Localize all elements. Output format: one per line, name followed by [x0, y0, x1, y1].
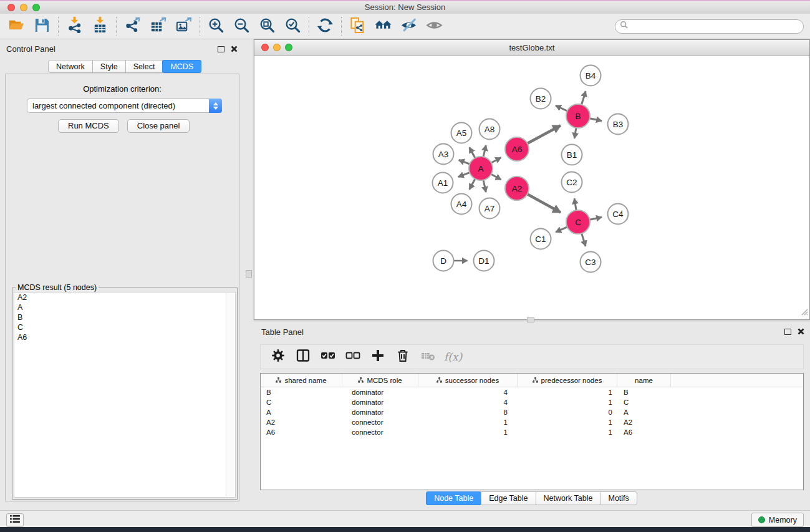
- minimize-window-button[interactable]: [20, 4, 27, 11]
- task-history-button[interactable]: [6, 513, 24, 527]
- eye-icon: [426, 17, 443, 36]
- tab-edge-table[interactable]: Edge Table: [481, 491, 536, 505]
- close-window-button[interactable]: [7, 4, 15, 11]
- add-column-button[interactable]: [369, 349, 386, 365]
- splitter-grip[interactable]: [246, 270, 252, 278]
- table-row[interactable]: Bdominator 41 B: [261, 387, 803, 397]
- graph-node-A6[interactable]: A6: [505, 137, 529, 161]
- table-row[interactable]: A6connector 11 A6: [261, 427, 803, 437]
- graph-node-B4[interactable]: B4: [581, 65, 601, 86]
- export-network-button[interactable]: [120, 16, 145, 37]
- home-button[interactable]: [370, 16, 396, 37]
- column-type-icon: [358, 377, 364, 384]
- graph-node-A7[interactable]: A7: [480, 198, 500, 219]
- column-header-mcds-role[interactable]: MCDS role: [342, 374, 418, 387]
- table-settings-button[interactable]: [269, 349, 286, 365]
- import-table-button[interactable]: [87, 16, 113, 37]
- graph-node-D1[interactable]: D1: [474, 251, 494, 271]
- column-header-successor-nodes[interactable]: successor nodes: [418, 374, 518, 387]
- list-item[interactable]: B: [14, 312, 235, 322]
- search-field[interactable]: [615, 19, 804, 34]
- mcds-result-list[interactable]: A2 A B C A6: [14, 292, 236, 498]
- close-panel-button[interactable]: Close panel: [127, 119, 190, 133]
- graph-node-A1[interactable]: A1: [433, 173, 453, 193]
- svg-text:C4: C4: [612, 210, 624, 219]
- zoom-selected-button[interactable]: [280, 16, 306, 37]
- list-item[interactable]: A6: [14, 332, 235, 342]
- zoom-view-button[interactable]: [285, 44, 292, 51]
- resize-grip-icon[interactable]: [800, 307, 808, 318]
- float-panel-icon[interactable]: [784, 329, 791, 335]
- graph-node-B2[interactable]: B2: [531, 89, 551, 109]
- minimize-view-button[interactable]: [273, 44, 281, 51]
- graph-node-B3[interactable]: B3: [608, 114, 629, 135]
- horizontal-splitter-grip[interactable]: [527, 317, 534, 322]
- svg-text:B: B: [575, 112, 581, 121]
- table-row[interactable]: Adominator 80 A: [261, 407, 803, 417]
- graph-node-C2[interactable]: C2: [562, 172, 582, 193]
- select-all-button[interactable]: [319, 349, 336, 365]
- graph-node-B[interactable]: B: [566, 104, 590, 128]
- list-scrollbar[interactable]: [226, 293, 234, 496]
- network-manager-button[interactable]: [345, 16, 370, 37]
- list-item[interactable]: A2: [14, 293, 235, 302]
- import-network-button[interactable]: [62, 16, 87, 37]
- close-panel-icon[interactable]: [231, 44, 238, 55]
- show-columns-button[interactable]: [294, 349, 311, 365]
- graph-node-A3[interactable]: A3: [433, 144, 454, 165]
- status-bar: Memory: [0, 510, 810, 527]
- graph-node-B1[interactable]: B1: [562, 145, 582, 165]
- node-table[interactable]: shared name MCDS role successor nodes pr…: [260, 373, 804, 490]
- tab-mcds[interactable]: MCDS: [162, 60, 201, 73]
- graph-node-C1[interactable]: C1: [531, 229, 551, 249]
- graph-node-A8[interactable]: A8: [480, 119, 500, 140]
- toolbar-separator: [341, 17, 342, 36]
- save-session-button[interactable]: [29, 16, 55, 37]
- column-header-predecessor-nodes[interactable]: predecessor nodes: [518, 374, 617, 387]
- zoom-fit-button[interactable]: [254, 16, 280, 37]
- list-item[interactable]: C: [14, 322, 235, 332]
- open-file-button[interactable]: [4, 16, 29, 37]
- run-mcds-button[interactable]: Run MCDS: [58, 119, 119, 133]
- hide-details-button[interactable]: [396, 16, 422, 37]
- table-row[interactable]: A2connector 11 A2: [261, 417, 803, 427]
- tab-style[interactable]: Style: [92, 60, 126, 73]
- tab-network[interactable]: Network: [48, 60, 93, 73]
- criterion-dropdown[interactable]: largest connected component (directed): [27, 99, 222, 113]
- column-header-name[interactable]: name: [617, 374, 671, 387]
- tab-select[interactable]: Select: [125, 60, 163, 73]
- graph-node-C4[interactable]: C4: [608, 204, 629, 225]
- unselect-all-button[interactable]: [344, 349, 361, 365]
- list-item[interactable]: A: [14, 302, 235, 312]
- tab-network-table[interactable]: Network Table: [536, 491, 601, 505]
- column-header-shared-name[interactable]: shared name: [261, 374, 342, 387]
- network-window-titlebar[interactable]: testGlobe.txt: [254, 40, 809, 56]
- close-view-button[interactable]: [261, 44, 269, 51]
- tab-motifs[interactable]: Motifs: [600, 491, 637, 505]
- delete-column-button[interactable]: [394, 349, 411, 365]
- graph-node-A5[interactable]: A5: [451, 123, 472, 143]
- graph-node-D[interactable]: D: [433, 251, 454, 271]
- show-details-button[interactable]: [422, 16, 447, 37]
- zoom-out-button[interactable]: [229, 16, 254, 37]
- close-panel-icon[interactable]: [798, 326, 804, 337]
- tab-node-table[interactable]: Node Table: [426, 491, 481, 505]
- network-view-title: testGlobe.txt: [254, 40, 809, 56]
- zoom-window-button[interactable]: [32, 4, 40, 11]
- graph-node-A[interactable]: A: [469, 157, 493, 180]
- graph-node-C[interactable]: C: [566, 210, 590, 234]
- vertical-splitter[interactable]: [243, 39, 254, 510]
- table-row[interactable]: Cdominator 41 C: [261, 397, 803, 407]
- graph-node-C3[interactable]: C3: [581, 252, 601, 273]
- search-input[interactable]: [629, 21, 803, 32]
- zoom-in-button[interactable]: [203, 16, 229, 37]
- export-image-button[interactable]: [171, 16, 196, 37]
- memory-button[interactable]: Memory: [751, 513, 804, 527]
- export-table-button[interactable]: [145, 16, 171, 37]
- graph-node-A2[interactable]: A2: [505, 177, 529, 200]
- refresh-button[interactable]: [312, 16, 338, 37]
- network-canvas[interactable]: B4B2BB3A5A8A6A3B1AA1C2A2A4A7C4CC1C3DD1: [254, 56, 809, 319]
- float-panel-icon[interactable]: [218, 46, 224, 52]
- zoom-in-icon: [208, 17, 224, 36]
- graph-node-A4[interactable]: A4: [451, 194, 472, 215]
